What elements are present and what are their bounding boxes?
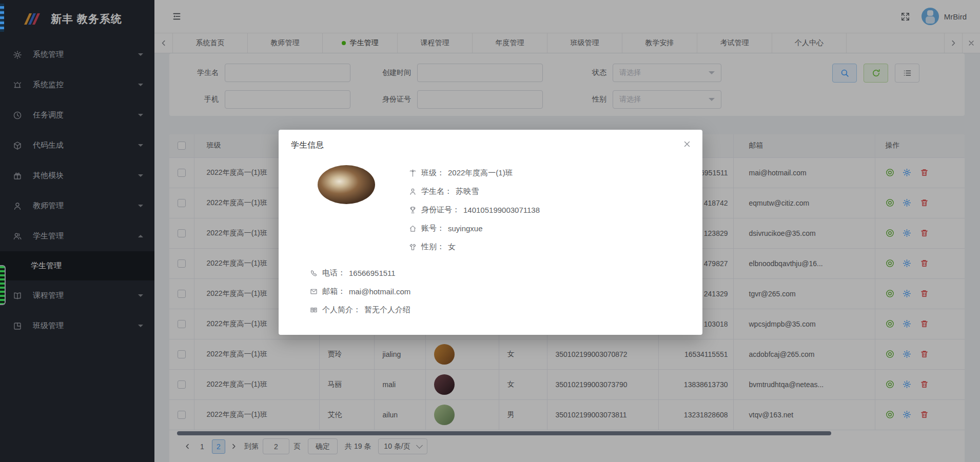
- field-icon: [409, 169, 417, 177]
- field-label: 账号：: [421, 224, 444, 233]
- dialog-info-fields: 班级： 2022年度高一(1)班 学生名： 苏映雪 身份证号： 14010519…: [409, 167, 540, 259]
- edge-widget-green: [0, 265, 6, 305]
- dialog-field: 邮箱： mai@hotmail.com: [310, 285, 410, 297]
- dialog-field: 班级： 2022年度高一(1)班: [409, 167, 540, 179]
- field-icon: [409, 188, 417, 195]
- student-info-dialog: 学生信息 班级： 2022年度高一(1)班 学生名： 苏映雪: [279, 130, 702, 335]
- field-icon: [310, 288, 318, 295]
- dialog-contact-fields: 电话： 16566951511 邮箱： mai@hotmail.com 个人简介…: [310, 267, 410, 322]
- field-value: 2022年度高一(1)班: [448, 168, 513, 178]
- field-label: 性别：: [421, 242, 444, 252]
- field-value: mai@hotmail.com: [349, 287, 410, 296]
- dialog-field: 账号： suyingxue: [409, 222, 540, 234]
- field-value: 暂无个人介绍: [364, 305, 410, 315]
- dialog-title: 学生信息: [291, 140, 324, 151]
- field-icon: [409, 225, 417, 232]
- dialog-close-icon[interactable]: [683, 140, 691, 148]
- field-value: 女: [448, 242, 456, 252]
- dialog-field: 身份证号： 140105199003071138: [409, 204, 540, 216]
- dialog-field: 电话： 16566951511: [310, 267, 410, 279]
- field-label: 学生名：: [421, 187, 452, 196]
- field-label: 邮箱：: [322, 287, 345, 296]
- field-label: 班级：: [421, 168, 444, 178]
- field-label: 个人简介：: [322, 305, 361, 315]
- dialog-field: 个人简介： 暂无个人介绍: [310, 304, 410, 316]
- field-label: 电话：: [322, 268, 345, 278]
- dialog-field: 性别： 女: [409, 240, 540, 253]
- field-icon: [310, 306, 318, 314]
- field-label: 身份证号：: [421, 205, 460, 215]
- field-value: 苏映雪: [456, 187, 479, 196]
- field-value: 140105199003071138: [463, 206, 540, 214]
- field-icon: [409, 206, 417, 214]
- field-value: suyingxue: [448, 224, 483, 233]
- app-root: 新丰 教务系统 系统管理 系统监控 任务调度: [0, 0, 980, 462]
- field-value: 16566951511: [349, 269, 396, 277]
- edge-widget-blue: [0, 4, 4, 32]
- student-photo: [318, 165, 375, 204]
- field-icon: [409, 243, 417, 251]
- dialog-field: 学生名： 苏映雪: [409, 185, 540, 197]
- field-icon: [310, 269, 318, 277]
